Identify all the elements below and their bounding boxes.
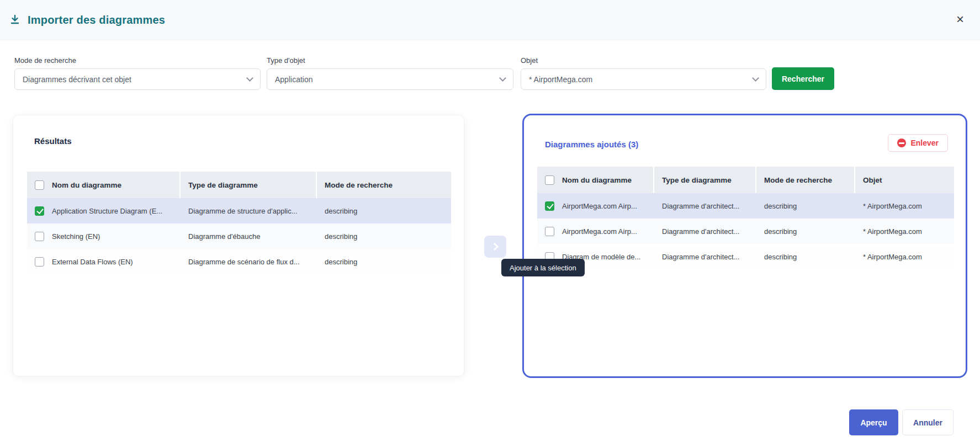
- table-row[interactable]: Sketching (EN) Diagramme d'ébauche descr…: [27, 223, 451, 249]
- search-mode-cell: describing: [317, 207, 451, 215]
- added-diagrams-title: Diagrammes ajoutés (3): [545, 140, 638, 149]
- results-title: Résultats: [34, 136, 72, 146]
- search-mode-cell: describing: [756, 227, 855, 236]
- diagram-type: Diagramme d'architect...: [654, 253, 756, 261]
- select-all-checkbox[interactable]: [545, 175, 554, 185]
- results-table-header: Nom du diagramme Type de diagramme Mode …: [27, 172, 451, 198]
- column-header-object: Objet: [855, 167, 954, 193]
- search-mode-cell: describing: [317, 232, 451, 241]
- object-cell: * AirportMega.com: [855, 227, 954, 236]
- search-mode-cell: describing: [756, 202, 855, 210]
- results-table: Nom du diagramme Type de diagramme Mode …: [27, 172, 451, 274]
- row-checkbox[interactable]: [35, 257, 44, 267]
- row-checkbox[interactable]: [545, 227, 554, 236]
- row-checkbox[interactable]: [35, 206, 44, 216]
- diagram-name: AirportMega.com Airp...: [562, 202, 637, 210]
- object-select[interactable]: * AirportMega.com: [521, 68, 766, 90]
- object-type-value: Application: [275, 75, 500, 84]
- cancel-button[interactable]: Annuler: [902, 409, 953, 435]
- diagram-type: Diagramme d'ébauche: [181, 232, 317, 241]
- table-row[interactable]: AirportMega.com Airp... Diagramme d'arch…: [537, 193, 954, 219]
- chevron-right-icon: [490, 243, 498, 251]
- chevron-down-icon: [246, 74, 253, 82]
- preview-button[interactable]: Aperçu: [849, 409, 898, 435]
- remove-button[interactable]: Enlever: [888, 134, 948, 152]
- column-header-type: Type de diagramme: [181, 172, 317, 198]
- object-cell: * AirportMega.com: [855, 253, 954, 261]
- added-table-header: Nom du diagramme Type de diagramme Mode …: [537, 167, 954, 193]
- search-mode-label: Mode de recherche: [14, 56, 76, 65]
- added-diagrams-table: Nom du diagramme Type de diagramme Mode …: [537, 167, 954, 269]
- diagram-type: Diagramme d'architect...: [654, 227, 756, 236]
- row-checkbox[interactable]: [35, 232, 44, 241]
- table-row[interactable]: Diagram de modèle de... Diagramme d'arch…: [537, 244, 954, 269]
- results-panel: Résultats Nom du diagramme Type de diagr…: [13, 115, 464, 376]
- diagram-name: External Data Flows (EN): [52, 258, 133, 266]
- object-cell: * AirportMega.com: [855, 202, 954, 210]
- search-button[interactable]: Rechercher: [772, 67, 834, 90]
- add-to-selection-button[interactable]: [484, 236, 506, 258]
- table-row[interactable]: AirportMega.com Airp... Diagramme d'arch…: [537, 219, 954, 244]
- dialog-header: Importer des diagrammes ×: [0, 0, 980, 40]
- chevron-down-icon: [499, 74, 506, 82]
- search-mode-value: Diagrammes décrivant cet objet: [23, 75, 247, 84]
- close-icon[interactable]: ×: [952, 12, 968, 28]
- diagram-name: Application Structure Diagram (E...: [52, 207, 162, 215]
- column-header-type: Type de diagramme: [654, 167, 756, 193]
- object-type-label: Type d'objet: [267, 56, 305, 65]
- select-all-checkbox[interactable]: [35, 180, 44, 190]
- diagram-name: Sketching (EN): [52, 232, 100, 241]
- object-value: * AirportMega.com: [529, 75, 753, 84]
- import-diagrams-dialog: Importer des diagrammes × Mode de recher…: [0, 0, 980, 442]
- dialog-title: Importer des diagrammes: [28, 14, 165, 26]
- import-download-icon: [9, 14, 21, 26]
- diagram-type: Diagramme de scénario de flux d...: [181, 258, 317, 266]
- table-row[interactable]: Application Structure Diagram (E... Diag…: [27, 198, 451, 223]
- search-mode-cell: describing: [756, 253, 855, 261]
- chevron-down-icon: [752, 74, 759, 82]
- column-header-name: Nom du diagramme: [52, 181, 121, 189]
- object-type-select[interactable]: Application: [267, 68, 513, 90]
- remove-button-label: Enlever: [910, 139, 939, 147]
- object-label: Objet: [521, 56, 538, 65]
- diagram-type: Diagramme d'architect...: [654, 202, 756, 210]
- column-header-mode: Mode de recherche: [317, 172, 451, 198]
- tooltip: Ajouter à la sélection: [501, 259, 585, 276]
- row-checkbox[interactable]: [545, 201, 554, 211]
- minus-circle-icon: [897, 139, 906, 147]
- diagram-type: Diagramme de structure d'applic...: [181, 207, 317, 215]
- diagram-name: AirportMega.com Airp...: [562, 227, 637, 236]
- search-mode-cell: describing: [317, 258, 451, 266]
- column-header-name: Nom du diagramme: [562, 176, 632, 184]
- table-row[interactable]: External Data Flows (EN) Diagramme de sc…: [27, 249, 451, 274]
- column-header-mode: Mode de recherche: [756, 167, 855, 193]
- added-diagrams-panel: Diagrammes ajoutés (3) Enlever Nom du di…: [522, 114, 967, 378]
- search-mode-select[interactable]: Diagrammes décrivant cet objet: [14, 68, 261, 90]
